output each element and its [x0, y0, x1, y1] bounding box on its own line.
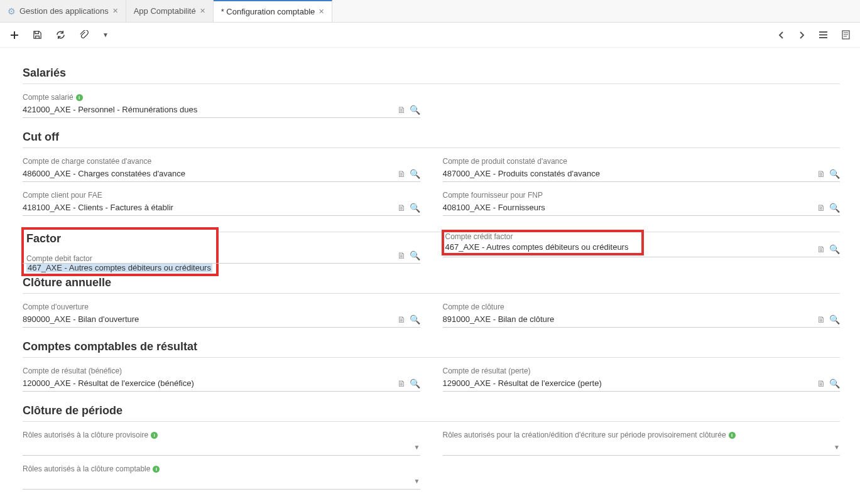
dropdown-input[interactable]: ▼ — [23, 439, 420, 456]
field-resultat-benefice: Compte de résultat (bénéfice) 120000_AXE… — [23, 367, 420, 392]
refresh-button[interactable] — [56, 30, 65, 40]
search-icon[interactable]: 🔍 — [410, 105, 420, 115]
field-value: 408100_AXE - Fournisseurs — [443, 203, 814, 212]
lookup-input[interactable]: 120000_AXE - Résultat de l'exercice (bén… — [23, 375, 420, 392]
field-compte-cloture: Compte de clôture 891000_AXE - Bilan de … — [443, 303, 841, 328]
tab-label: * Configuration comptable — [221, 7, 315, 16]
field-label-text: Compte de produit constaté d'avance — [443, 157, 567, 166]
search-icon[interactable]: 🔍 — [829, 378, 840, 389]
document-icon[interactable]: 🗎 — [397, 250, 406, 260]
search-icon[interactable]: 🔍 — [410, 203, 420, 213]
save-button[interactable] — [33, 30, 42, 40]
close-icon[interactable]: ✕ — [318, 8, 324, 16]
document-icon[interactable]: 🗎 — [817, 314, 825, 324]
dropdown-input[interactable]: ▼ — [443, 439, 841, 456]
search-icon[interactable]: 🔍 — [410, 314, 420, 324]
dropdown-input[interactable]: ▼ — [23, 473, 420, 490]
field-fournisseur-fnp: Compte fournisseur pour FNP 408100_AXE -… — [443, 191, 841, 216]
chevron-down-icon[interactable]: ▼ — [414, 478, 420, 485]
form-content: Salariés Compte salarié i 421000_AXE - P… — [0, 48, 860, 504]
tab-configuration-comptable[interactable]: * Configuration comptable ✕ — [214, 0, 333, 22]
detail-view-button[interactable] — [842, 30, 850, 40]
document-icon[interactable]: 🗎 — [817, 244, 825, 254]
lookup-input[interactable]: 890000_AXE - Bilan d'ouverture 🗎 🔍 — [23, 311, 420, 328]
section-cutoff: Cut off Compte de charge constatée d'ava… — [23, 131, 840, 216]
field-label-text: Compte de clôture — [443, 303, 504, 311]
info-icon[interactable]: i — [153, 466, 160, 473]
info-icon[interactable]: i — [76, 94, 83, 101]
lookup-input[interactable]: 129000_AXE - Résultat de l'exercice (per… — [443, 375, 841, 392]
document-icon[interactable]: 🗎 — [397, 203, 406, 213]
field-label-text: Rôles autorisés à la clôture provisoire — [23, 431, 148, 439]
attachment-button[interactable] — [79, 30, 89, 40]
next-button[interactable] — [798, 31, 805, 40]
document-icon[interactable]: 🗎 — [397, 314, 406, 324]
lookup-input[interactable]: 418100_AXE - Clients - Factures à établi… — [23, 200, 420, 216]
document-icon[interactable]: 🗎 — [817, 203, 825, 213]
more-dropdown[interactable]: ▼ — [102, 31, 109, 38]
field-client-fae: Compte client pour FAE 418100_AXE - Clie… — [23, 191, 420, 216]
field-resultat-perte: Compte de résultat (perte) 129000_AXE - … — [443, 367, 841, 392]
field-value: 891000_AXE - Bilan de clôture — [443, 314, 814, 324]
field-label-text: Compte d'ouverture — [23, 303, 89, 311]
field-label-text: Compte de résultat (bénéfice) — [23, 367, 122, 375]
section-resultat: Comptes comptables de résultat Compte de… — [23, 340, 840, 392]
close-icon[interactable]: ✕ — [200, 7, 205, 15]
lookup-input[interactable]: 891000_AXE - Bilan de clôture 🗎 🔍 — [443, 311, 841, 328]
lookup-input[interactable]: x 🗎 🔍 — [23, 247, 420, 264]
field-value: 129000_AXE - Résultat de l'exercice (per… — [443, 378, 814, 388]
search-icon[interactable]: 🔍 — [829, 244, 840, 254]
lookup-input[interactable]: 487000_AXE - Produits constatés d'avance… — [443, 166, 841, 182]
field-compte-salarie: Compte salarié i 421000_AXE - Personnel … — [23, 93, 420, 118]
field-value: 421000_AXE - Personnel - Rémunérations d… — [23, 105, 393, 114]
document-icon[interactable]: 🗎 — [397, 105, 406, 115]
search-icon[interactable]: 🔍 — [410, 378, 420, 389]
search-icon[interactable]: 🔍 — [829, 314, 840, 324]
document-icon[interactable]: 🗎 — [817, 169, 825, 179]
document-icon[interactable]: 🗎 — [397, 169, 406, 179]
tab-app-comptabilite[interactable]: App Comptabilité ✕ — [126, 0, 214, 22]
field-debit-factor: x 🗎 🔍 — [23, 247, 420, 264]
tab-label: Gestion des applications — [19, 6, 109, 16]
section-title: Clôture de période — [23, 404, 840, 422]
field-compte-ouverture: Compte d'ouverture 890000_AXE - Bilan d'… — [23, 303, 420, 328]
tab-gestion-applications[interactable]: ⚙ Gestion des applications ✕ — [0, 0, 126, 22]
info-icon[interactable]: i — [729, 432, 736, 439]
search-icon[interactable]: 🔍 — [829, 203, 840, 213]
field-credit-factor: Compte crédit factor 467_AXE - Autres co… — [443, 247, 841, 264]
close-icon[interactable]: ✕ — [112, 7, 118, 15]
tab-label: App Comptabilité — [134, 6, 196, 16]
field-label-text: Compte de charge constatée d'avance — [23, 157, 151, 166]
tabs-bar: ⚙ Gestion des applications ✕ App Comptab… — [0, 0, 860, 23]
field-value: 486000_AXE - Charges constatées d'avance — [23, 169, 393, 178]
section-salaries: Salariés Compte salarié i 421000_AXE - P… — [23, 67, 840, 118]
lookup-input[interactable]: 486000_AXE - Charges constatées d'avance… — [23, 166, 420, 182]
field-label-text: Compte client pour FAE — [23, 191, 102, 200]
toolbar: ▼ — [0, 23, 860, 48]
document-icon[interactable]: 🗎 — [817, 378, 825, 389]
search-icon[interactable]: 🔍 — [410, 250, 420, 260]
field-charge-avance: Compte de charge constatée d'avance 4860… — [23, 157, 420, 182]
field-label-text: Compte salarié — [23, 93, 73, 102]
section-title: Salariés — [23, 67, 840, 84]
field-label-text: Compte crédit factor — [445, 232, 513, 241]
field-roles-comptable: Rôles autorisés à la clôture comptable i… — [23, 464, 420, 490]
document-icon[interactable]: 🗎 — [397, 378, 406, 389]
field-produit-avance: Compte de produit constaté d'avance 4870… — [443, 157, 841, 182]
section-cloture-periode: Clôture de période Rôles autorisés à la … — [23, 404, 840, 490]
search-icon[interactable]: 🔍 — [410, 169, 420, 179]
info-icon[interactable]: i — [151, 432, 158, 439]
chevron-down-icon[interactable]: ▼ — [414, 444, 420, 451]
search-icon[interactable]: 🔍 — [829, 169, 840, 179]
section-factor: Factor Compte debit factor 467_AXE - Aut… — [23, 228, 840, 264]
field-value: 418100_AXE - Clients - Factures à établi… — [23, 203, 393, 212]
section-title: Comptes comptables de résultat — [23, 340, 840, 358]
lookup-input[interactable]: 421000_AXE - Personnel - Rémunérations d… — [23, 102, 420, 118]
chevron-down-icon[interactable]: ▼ — [834, 444, 840, 451]
lookup-input[interactable]: 408100_AXE - Fournisseurs 🗎 🔍 — [443, 200, 841, 216]
list-view-button[interactable] — [819, 31, 828, 39]
add-button[interactable] — [10, 31, 19, 40]
field-value: 120000_AXE - Résultat de l'exercice (bén… — [23, 378, 393, 388]
field-roles-provisoire: Rôles autorisés à la clôture provisoire … — [23, 431, 420, 456]
prev-button[interactable] — [778, 31, 785, 40]
